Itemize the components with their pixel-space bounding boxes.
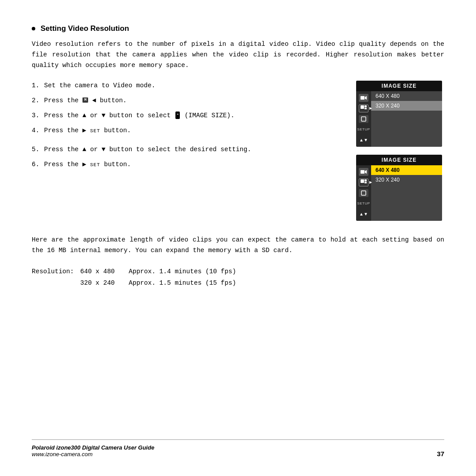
step-text-3: Press the ▲ or ▼ button to select " (IMA… <box>44 111 343 121</box>
panel2-icons: SETUP ▲▼ <box>356 165 371 221</box>
panel2-setup-icon-row: SETUP <box>358 199 369 208</box>
panel2-arrowdown-icon: ▲▼ <box>359 212 368 216</box>
camera-ui-panel-1: IMAGE SIZE <box>356 81 442 147</box>
camera-ui-panel-2: IMAGE SIZE <box>356 155 442 221</box>
step-num-1: 1. <box>32 81 44 91</box>
up-arrow2-icon: ▲ <box>82 146 86 153</box>
svg-rect-6 <box>361 170 364 174</box>
resolution-approx: Approx. 1.4 minutes (10 fps) Approx. 1.5… <box>129 266 444 290</box>
panel1-options: 640 X 480 320 X 240 <box>371 91 442 147</box>
right-arrow-icon: ▶ <box>82 127 86 134</box>
svg-rect-0 <box>361 96 364 100</box>
footer-left: Polaroid izone300 Digital Camera User Gu… <box>32 444 154 457</box>
panel1-option-1: 640 X 480 <box>371 91 442 101</box>
svg-marker-1 <box>365 96 367 100</box>
ui-panels-column: IMAGE SIZE <box>356 81 444 221</box>
content-area: 1. Set the camera to Video mode. 2. Pres… <box>32 81 444 221</box>
panel1-imagesize-icon-row <box>358 104 369 113</box>
resolution-size-1: 640 x 480 <box>80 266 129 278</box>
up-arrow-icon: ▲ <box>82 112 86 119</box>
step-num-4: 4. <box>32 126 44 136</box>
footer-brand: Polaroid izone300 Digital Camera User Gu… <box>32 444 154 451</box>
resolution-label-text: Resolution: <box>32 268 74 275</box>
left-arrow-icon: ◄ <box>92 97 96 104</box>
panel2-square-icon <box>359 189 368 197</box>
bottom-info-section: Here are the approximate length of video… <box>32 235 444 289</box>
panel1-imagesize-icon <box>359 104 368 112</box>
step-text-6: Press the ▶ SET button. <box>44 160 343 170</box>
step-3: 3. Press the ▲ or ▼ button to select " (… <box>32 111 343 121</box>
panel2-video-icon <box>359 168 368 176</box>
m-button-icon: M <box>82 97 88 103</box>
down-arrow2-icon: ▼ <box>102 146 106 153</box>
panel2-video-icon-row <box>358 167 369 177</box>
panel2-body: SETUP ▲▼ 640 X 480 320 X 240 <box>356 165 442 221</box>
svg-rect-2 <box>361 105 364 109</box>
step-num-3: 3. <box>32 111 44 121</box>
resolution-sizes: 640 x 480 320 x 240 <box>80 266 129 290</box>
svg-rect-5 <box>361 117 366 121</box>
panel1-arrowdown-icon-row: ▲▼ <box>358 135 369 145</box>
steps-group2: 5. Press the ▲ or ▼ button to select the… <box>32 145 343 170</box>
intro-paragraph: Video resolution refers to the number of… <box>32 39 444 71</box>
steps-group1: 1. Set the camera to Video mode. 2. Pres… <box>32 81 343 136</box>
panel2-option-1: 640 X 480 <box>371 165 442 175</box>
panel1-setup-icon-row: SETUP <box>358 125 369 134</box>
panel2-setup-label: SETUP <box>357 201 370 205</box>
title-text: Setting Video Resolution <box>41 24 129 33</box>
page-footer: Polaroid izone300 Digital Camera User Gu… <box>32 439 444 457</box>
step-text-5: Press the ▲ or ▼ button to select the de… <box>44 145 343 155</box>
panel2-options: 640 X 480 320 X 240 <box>371 165 442 221</box>
panel1-option-2: 320 X 240 <box>371 101 442 111</box>
panel1-setup-label: SETUP <box>357 127 370 131</box>
image-size-icon: " <box>175 112 180 119</box>
svg-rect-10 <box>364 182 367 183</box>
svg-rect-9 <box>364 179 367 182</box>
step-text-2: Press the M ◄ button. <box>44 96 343 106</box>
panel2-square-icon-row <box>358 188 369 198</box>
panel2-option-2: 320 X 240 <box>371 175 442 185</box>
panel1-square-icon-row <box>358 114 369 124</box>
resolution-size-2: 320 x 240 <box>80 277 129 289</box>
set-label2: SET <box>90 162 100 167</box>
panel1-video-icon <box>359 94 368 102</box>
panel2-arrowdown-icon-row: ▲▼ <box>358 209 369 219</box>
svg-rect-11 <box>361 191 366 195</box>
svg-rect-4 <box>364 108 367 109</box>
set-label: SET <box>90 128 100 134</box>
svg-marker-7 <box>365 170 367 174</box>
step-num-2: 2. <box>32 96 44 106</box>
panel1-video-icon-row <box>358 93 369 103</box>
footer-url: www.izone-camera.com <box>32 451 154 457</box>
panel2-imagesize-icon-row <box>358 178 369 187</box>
step-1: 1. Set the camera to Video mode. <box>32 81 343 91</box>
footer-page-number: 37 <box>437 450 444 457</box>
steps-column: 1. Set the camera to Video mode. 2. Pres… <box>32 81 343 221</box>
bullet-icon <box>32 27 35 30</box>
panel1-body: SETUP ▲▼ 640 X 480 320 X 240 <box>356 91 442 147</box>
panel1-square-icon <box>359 115 368 123</box>
step-6: 6. Press the ▶ SET button. <box>32 160 343 170</box>
resolution-table: Resolution: 640 x 480 320 x 240 Approx. … <box>32 266 444 290</box>
step-num-5: 5. <box>32 145 44 155</box>
resolution-approx-1: Approx. 1.4 minutes (10 fps) <box>129 266 444 278</box>
bottom-paragraph: Here are the approximate length of video… <box>32 235 444 256</box>
step-text-4: Press the ▶ SET button. <box>44 126 343 136</box>
resolution-approx-2: Approx. 1.5 minutes (15 fps) <box>129 277 444 289</box>
right-arrow2-icon: ▶ <box>82 161 86 168</box>
resolution-label: Resolution: <box>32 266 80 290</box>
step-4: 4. Press the ▶ SET button. <box>32 126 343 136</box>
panel1-arrowdown-icon: ▲▼ <box>359 138 368 142</box>
step-2: 2. Press the M ◄ button. <box>32 96 343 106</box>
down-arrow-icon: ▼ <box>102 112 106 119</box>
step-num-6: 6. <box>32 160 44 170</box>
panel1-header: IMAGE SIZE <box>356 81 442 91</box>
svg-rect-8 <box>361 179 364 183</box>
page: Setting Video Resolution Video resolutio… <box>0 0 476 476</box>
step-text-1: Set the camera to Video mode. <box>44 81 343 91</box>
svg-rect-3 <box>364 105 367 108</box>
panel2-imagesize-icon <box>359 178 368 186</box>
panel1-icons: SETUP ▲▼ <box>356 91 371 147</box>
panel2-header: IMAGE SIZE <box>356 155 442 165</box>
section-title: Setting Video Resolution <box>32 24 444 33</box>
